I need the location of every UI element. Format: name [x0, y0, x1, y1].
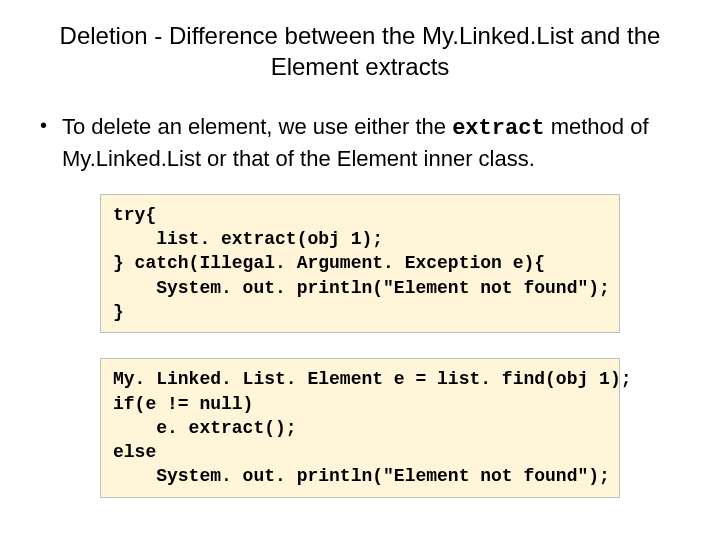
- bullet-code-word: extract: [452, 116, 544, 141]
- bullet-item: • To delete an element, we use either th…: [30, 112, 690, 173]
- bullet-text-before: To delete an element, we use either the: [62, 114, 452, 139]
- slide-title: Deletion - Difference between the My.Lin…: [30, 20, 690, 82]
- code-block-1: try{ list. extract(obj 1); } catch(Illeg…: [100, 194, 620, 333]
- code-block-2: My. Linked. List. Element e = list. find…: [100, 358, 620, 497]
- bullet-text: To delete an element, we use either the …: [62, 112, 680, 173]
- bullet-marker: •: [40, 114, 47, 137]
